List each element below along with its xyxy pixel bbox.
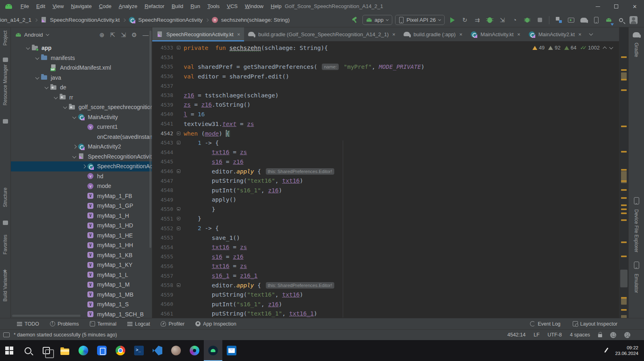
hide-panel-icon[interactable]: — — [143, 31, 149, 38]
tree-item-mymap_1_mb[interactable]: VmyMap_1_MB — [11, 290, 152, 300]
taskbar-icon-edge[interactable] — [74, 340, 93, 361]
profile-restart-button[interactable] — [522, 15, 532, 25]
breadcrumb-item[interactable]: msechszehn(schlaege: String) — [211, 17, 290, 23]
device-manager-button[interactable] — [554, 15, 563, 25]
editor-tab[interactable]: SpeechRecognitionActivity.kt× — [152, 27, 244, 41]
menu-item-help[interactable]: Help — [267, 0, 285, 13]
fold-marker-icon[interactable] — [173, 46, 184, 50]
code-editor[interactable]: 4533private fun sechszehn(schlaege: Stri… — [152, 41, 619, 318]
line-ending-indicator[interactable]: LF — [534, 332, 540, 338]
menu-item-vcs[interactable]: VCS — [223, 0, 241, 13]
attach-debugger-button[interactable]: ⇲ — [497, 15, 507, 25]
indent-indicator[interactable]: 4 spaces — [570, 332, 590, 338]
minimize-button[interactable] — [588, 0, 607, 13]
tree-chevron-open-icon[interactable] — [71, 153, 78, 160]
tool-window-button-event-log[interactable]: Event Log — [530, 321, 560, 327]
tree-chevron-closed-icon[interactable] — [81, 163, 87, 169]
sidebar-stripe-favorites[interactable]: Favorites — [2, 235, 8, 254]
tree-chevron-open-icon[interactable] — [53, 94, 59, 101]
warning-stripe-mark[interactable] — [621, 189, 627, 191]
tree-chevron-open-icon[interactable] — [34, 74, 41, 81]
code-line[interactable]: 4557 s16_1 = z16_1 — [152, 271, 619, 281]
editor-tab[interactable]: build.gradle (Golf_Score_SpeechRecogniti… — [244, 27, 399, 41]
settings-gear-icon[interactable]: ⚙ — [132, 31, 137, 39]
code-line[interactable]: 4553 save_1() — [152, 233, 619, 243]
code-line[interactable]: 4548 putInt("s16_1", z16) — [152, 186, 619, 195]
code-line[interactable]: 4545 s16 = z16 — [152, 157, 619, 167]
code-line[interactable]: 4543 1 -> { — [152, 138, 619, 148]
menu-item-window[interactable]: Window — [241, 0, 267, 13]
tree-item-mymap_1_he[interactable]: VmyMap_1_HE — [11, 231, 152, 241]
tree-item-mymap_1_hd[interactable]: VmyMap_1_HD — [11, 221, 152, 231]
tree-item-speechrecognitionactivi[interactable]: SpeechRecognitionActivi — [11, 161, 152, 171]
menu-item-refactor[interactable]: Refactor — [141, 0, 168, 13]
warning-stripe-mark[interactable] — [621, 297, 627, 299]
menu-item-analyze[interactable]: Analyze — [115, 0, 141, 13]
warning-stripe-mark[interactable] — [621, 241, 627, 243]
tree-item-manifests[interactable]: manifests — [11, 53, 152, 63]
tree-item-de[interactable]: de — [11, 83, 152, 93]
code-line[interactable]: 4536val editor = sharedPref.edit() — [152, 72, 619, 81]
inspections-widget[interactable]: 49 92 64 ✓✓1002 — [532, 45, 613, 51]
code-line[interactable]: 4540l = 16 — [152, 109, 619, 119]
tree-horizontal-scrollbar[interactable] — [12, 315, 81, 317]
tree-chevron-open-icon[interactable] — [43, 84, 50, 91]
taskbar-icon-chrome[interactable] — [111, 340, 130, 361]
unlock-icon[interactable] — [598, 334, 602, 337]
warning-stripe-mark[interactable] — [621, 180, 627, 182]
taskbar-icon-outlook[interactable] — [222, 340, 241, 361]
tree-item-mymap_1_m[interactable]: VmyMap_1_M — [11, 280, 152, 290]
tree-item-app[interactable]: app — [11, 43, 152, 53]
code-line[interactable]: 4549 apply() — [152, 195, 619, 205]
build-hammer-icon[interactable] — [350, 15, 360, 25]
code-line[interactable]: 4558 editor.apply { this: SharedPreferen… — [152, 281, 619, 290]
warning-stripe-mark[interactable] — [621, 79, 627, 80]
tab-close-icon[interactable]: × — [237, 31, 240, 37]
sidebar-stripe-resource-manager[interactable]: Resource Manager — [2, 64, 8, 105]
warning-stripe-mark[interactable] — [621, 169, 627, 171]
user-avatar[interactable] — [629, 15, 638, 25]
tool-window-button-terminal[interactable]: Terminal — [90, 321, 116, 327]
warning-stripe-mark[interactable] — [621, 89, 627, 91]
taskbar-icon-explorer[interactable] — [56, 340, 74, 361]
breadcrumb-item[interactable]: ion_a14_2_1 — [0, 17, 31, 23]
sidebar-stripe-project[interactable]: Project — [2, 31, 8, 45]
caret-position[interactable]: 4542:14 — [507, 332, 526, 338]
run-config-dropdown[interactable]: app — [362, 15, 393, 25]
breadcrumb-item[interactable]: SpeechRecognitionActivity.kt — [40, 17, 120, 23]
menu-item-run[interactable]: Run — [187, 0, 204, 13]
feedback-sad-icon[interactable] — [624, 332, 630, 338]
code-line[interactable]: 4551 } — [152, 214, 619, 224]
warning-stripe-mark[interactable] — [621, 256, 627, 257]
code-line[interactable]: 4561 putString("text16_1", txt16_1) — [152, 309, 619, 318]
warning-stripe-mark[interactable] — [621, 56, 627, 58]
tree-item-hd[interactable]: vhd — [11, 171, 152, 182]
debug-button[interactable] — [485, 15, 495, 25]
fold-marker-icon[interactable] — [173, 217, 184, 221]
tree-item-mymap_1_kb[interactable]: VmyMap_1_KB — [11, 250, 152, 260]
feedback-happy-icon[interactable] — [610, 332, 616, 338]
tree-item-mymap_1_h[interactable]: VmyMap_1_H — [11, 211, 152, 221]
menu-item-tools[interactable]: Tools — [204, 0, 223, 13]
tree-chevron-open-icon[interactable] — [71, 114, 78, 120]
code-line[interactable]: 4546 editor.apply { this: SharedPreferen… — [152, 167, 619, 176]
tree-item-mymap_1_gp[interactable]: VmyMap_1_GP — [11, 201, 152, 211]
running-devices-button[interactable] — [566, 15, 576, 25]
tree-vertical-scrollbar[interactable] — [149, 31, 151, 248]
sidebar-stripe-structure[interactable]: Structure — [2, 188, 8, 207]
sidebar-stripe-device-file-explorer[interactable]: Device File Explorer — [634, 209, 639, 252]
taskbar-icon-androidstudio[interactable] — [185, 340, 204, 361]
editor-error-stripe[interactable] — [619, 27, 628, 318]
warning-stripe-mark[interactable] — [621, 126, 627, 127]
code-line[interactable]: 4555 s16 = z16 — [152, 252, 619, 262]
taskbar-icon-search[interactable] — [19, 340, 37, 361]
warning-stripe-mark[interactable] — [621, 151, 627, 153]
taskbar-icon-putty[interactable] — [130, 340, 148, 361]
taskbar-icon-emulator[interactable] — [204, 340, 222, 361]
tree-chevron-closed-icon[interactable] — [71, 143, 78, 150]
taskbar-icon-start[interactable] — [0, 340, 19, 361]
menu-item-edit[interactable]: Edit — [33, 0, 49, 13]
tool-window-toggle-icon[interactable] — [3, 332, 10, 337]
code-line[interactable]: 4539zs = z16.toString() — [152, 100, 619, 110]
apply-changes-button[interactable]: ⇉ — [472, 15, 482, 25]
